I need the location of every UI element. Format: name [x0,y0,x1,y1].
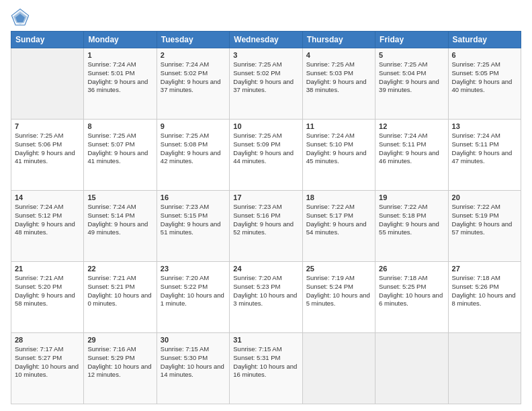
page: SundayMondayTuesdayWednesdayThursdayFrid… [0,0,532,411]
weekday-header-saturday: Saturday [448,32,521,48]
weekday-header-tuesday: Tuesday [157,32,229,48]
calendar-cell: 18Sunrise: 7:22 AMSunset: 5:17 PMDayligh… [302,191,375,262]
day-info: Sunrise: 7:25 AMSunset: 5:03 PMDaylight:… [306,60,371,95]
day-info: Sunrise: 7:24 AMSunset: 5:14 PMDaylight:… [87,203,152,237]
day-number: 18 [306,193,371,201]
calendar-cell: 19Sunrise: 7:22 AMSunset: 5:18 PMDayligh… [375,191,448,262]
calendar-cell: 9Sunrise: 7:25 AMSunset: 5:08 PMDaylight… [157,120,229,191]
weekday-header-friday: Friday [375,32,448,48]
calendar-cell: 3Sunrise: 7:25 AMSunset: 5:02 PMDaylight… [230,48,302,120]
top-section [11,8,521,27]
calendar-cell [302,333,375,404]
day-number: 21 [15,265,80,273]
calendar-cell [11,48,84,120]
calendar-cell: 6Sunrise: 7:25 AMSunset: 5:05 PMDaylight… [448,48,521,120]
calendar-cell: 22Sunrise: 7:21 AMSunset: 5:21 PMDayligh… [84,262,157,333]
day-number: 30 [161,336,226,344]
day-number: 8 [87,122,152,130]
calendar-cell: 23Sunrise: 7:20 AMSunset: 5:22 PMDayligh… [157,262,229,333]
day-info: Sunrise: 7:17 AMSunset: 5:27 PMDaylight:… [15,345,80,379]
calendar-cell: 28Sunrise: 7:17 AMSunset: 5:27 PMDayligh… [11,333,84,404]
day-number: 27 [452,265,517,273]
day-info: Sunrise: 7:24 AMSunset: 5:01 PMDaylight:… [87,60,152,95]
day-info: Sunrise: 7:25 AMSunset: 5:09 PMDaylight:… [233,132,298,166]
calendar-cell: 13Sunrise: 7:24 AMSunset: 5:11 PMDayligh… [448,120,521,191]
header-row: SundayMondayTuesdayWednesdayThursdayFrid… [11,32,521,48]
day-number: 26 [379,265,444,273]
day-number: 19 [379,193,444,201]
day-number: 12 [379,122,444,130]
calendar-cell [375,333,448,404]
day-number: 9 [161,122,226,130]
day-info: Sunrise: 7:24 AMSunset: 5:10 PMDaylight:… [306,132,371,166]
calendar-cell: 7Sunrise: 7:25 AMSunset: 5:06 PMDaylight… [11,120,84,191]
day-number: 6 [452,51,517,59]
calendar-cell: 25Sunrise: 7:19 AMSunset: 5:24 PMDayligh… [302,262,375,333]
day-number: 23 [161,265,226,273]
day-info: Sunrise: 7:21 AMSunset: 5:21 PMDaylight:… [87,274,152,308]
calendar-cell: 26Sunrise: 7:18 AMSunset: 5:25 PMDayligh… [375,262,448,333]
day-number: 20 [452,193,517,201]
logo-icon [11,8,30,27]
weekday-header-monday: Monday [84,32,157,48]
day-info: Sunrise: 7:15 AMSunset: 5:30 PMDaylight:… [161,345,226,379]
day-number: 2 [161,51,226,59]
day-info: Sunrise: 7:24 AMSunset: 5:12 PMDaylight:… [15,203,80,237]
day-number: 11 [306,122,371,130]
day-info: Sunrise: 7:24 AMSunset: 5:02 PMDaylight:… [161,60,226,95]
day-info: Sunrise: 7:18 AMSunset: 5:26 PMDaylight:… [452,274,517,308]
week-row-3: 14Sunrise: 7:24 AMSunset: 5:12 PMDayligh… [11,191,521,262]
calendar-cell: 8Sunrise: 7:25 AMSunset: 5:07 PMDaylight… [84,120,157,191]
calendar-cell: 16Sunrise: 7:23 AMSunset: 5:15 PMDayligh… [157,191,229,262]
day-number: 25 [306,265,371,273]
calendar-cell: 15Sunrise: 7:24 AMSunset: 5:14 PMDayligh… [84,191,157,262]
day-info: Sunrise: 7:24 AMSunset: 5:11 PMDaylight:… [452,132,517,166]
calendar-cell: 1Sunrise: 7:24 AMSunset: 5:01 PMDaylight… [84,48,157,120]
day-number: 29 [87,336,152,344]
day-info: Sunrise: 7:22 AMSunset: 5:17 PMDaylight:… [306,203,371,237]
day-number: 28 [15,336,80,344]
day-info: Sunrise: 7:25 AMSunset: 5:04 PMDaylight:… [379,60,444,95]
day-number: 22 [87,265,152,273]
day-info: Sunrise: 7:22 AMSunset: 5:18 PMDaylight:… [379,203,444,237]
calendar-cell: 31Sunrise: 7:15 AMSunset: 5:31 PMDayligh… [230,333,302,404]
day-info: Sunrise: 7:22 AMSunset: 5:19 PMDaylight:… [452,203,517,237]
day-number: 17 [233,193,298,201]
calendar-cell: 14Sunrise: 7:24 AMSunset: 5:12 PMDayligh… [11,191,84,262]
day-info: Sunrise: 7:25 AMSunset: 5:02 PMDaylight:… [233,60,298,95]
calendar-cell: 4Sunrise: 7:25 AMSunset: 5:03 PMDaylight… [302,48,375,120]
day-info: Sunrise: 7:23 AMSunset: 5:15 PMDaylight:… [161,203,226,237]
week-row-2: 7Sunrise: 7:25 AMSunset: 5:06 PMDaylight… [11,120,521,191]
calendar-cell: 17Sunrise: 7:23 AMSunset: 5:16 PMDayligh… [230,191,302,262]
day-number: 16 [161,193,226,201]
day-info: Sunrise: 7:19 AMSunset: 5:24 PMDaylight:… [306,274,371,308]
week-row-5: 28Sunrise: 7:17 AMSunset: 5:27 PMDayligh… [11,333,521,404]
day-info: Sunrise: 7:25 AMSunset: 5:08 PMDaylight:… [161,132,226,166]
day-number: 7 [15,122,80,130]
day-info: Sunrise: 7:20 AMSunset: 5:22 PMDaylight:… [161,274,226,308]
day-number: 5 [379,51,444,59]
calendar-table: SundayMondayTuesdayWednesdayThursdayFrid… [11,31,521,404]
calendar-cell: 5Sunrise: 7:25 AMSunset: 5:04 PMDaylight… [375,48,448,120]
day-number: 1 [87,51,152,59]
day-number: 4 [306,51,371,59]
calendar-cell: 10Sunrise: 7:25 AMSunset: 5:09 PMDayligh… [230,120,302,191]
calendar-cell: 12Sunrise: 7:24 AMSunset: 5:11 PMDayligh… [375,120,448,191]
calendar-cell: 27Sunrise: 7:18 AMSunset: 5:26 PMDayligh… [448,262,521,333]
calendar-cell: 30Sunrise: 7:15 AMSunset: 5:30 PMDayligh… [157,333,229,404]
weekday-header-thursday: Thursday [302,32,375,48]
weekday-header-sunday: Sunday [11,32,84,48]
day-number: 31 [233,336,298,344]
day-number: 13 [452,122,517,130]
day-number: 10 [233,122,298,130]
day-info: Sunrise: 7:20 AMSunset: 5:23 PMDaylight:… [233,274,298,308]
day-info: Sunrise: 7:16 AMSunset: 5:29 PMDaylight:… [87,345,152,379]
day-info: Sunrise: 7:25 AMSunset: 5:07 PMDaylight:… [87,132,152,166]
day-info: Sunrise: 7:23 AMSunset: 5:16 PMDaylight:… [233,203,298,237]
calendar-cell: 2Sunrise: 7:24 AMSunset: 5:02 PMDaylight… [157,48,229,120]
calendar-cell: 21Sunrise: 7:21 AMSunset: 5:20 PMDayligh… [11,262,84,333]
week-row-1: 1Sunrise: 7:24 AMSunset: 5:01 PMDaylight… [11,48,521,120]
day-info: Sunrise: 7:25 AMSunset: 5:05 PMDaylight:… [452,60,517,95]
day-number: 24 [233,265,298,273]
day-info: Sunrise: 7:24 AMSunset: 5:11 PMDaylight:… [379,132,444,166]
